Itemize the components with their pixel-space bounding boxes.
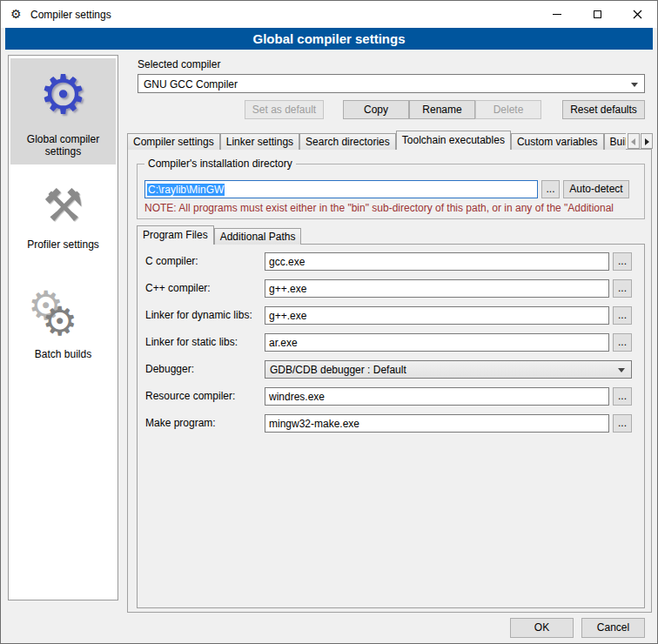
settings-tabstrip: Compiler settingsLinker settingsSearch d… xyxy=(127,131,626,150)
arrow-right-icon xyxy=(645,138,649,145)
dialog-banner: Global compiler settings xyxy=(5,28,653,50)
sidebar-item-global-compiler-settings[interactable]: ⚙ Global compiler settings xyxy=(10,58,116,164)
field-label-dynamic-linker: Linker for dynamic libs: xyxy=(145,306,252,325)
minimize-button[interactable] xyxy=(537,1,577,28)
app-icon: ⚙ xyxy=(10,6,22,22)
selected-path-text: C:\raylib\MinGW xyxy=(147,184,225,196)
gear-icon: ⚙ xyxy=(10,58,116,131)
settings-category-list: ⚙ Global compiler settings ⚒ Profiler se… xyxy=(8,55,118,600)
tab-custom-variables[interactable]: Custom variables xyxy=(511,133,604,150)
tab-build-options[interactable]: Build options xyxy=(604,133,626,150)
make-program-input[interactable] xyxy=(265,414,609,433)
c-compiler-input[interactable] xyxy=(265,252,609,271)
delete-button: Delete xyxy=(475,100,541,119)
make-program-browse-button[interactable]: ... xyxy=(613,414,632,433)
c-compiler-browse-button[interactable]: ... xyxy=(613,252,632,271)
chevron-down-icon xyxy=(631,83,638,87)
program-subtabs: Program FilesAdditional Paths xyxy=(137,225,301,245)
field-label-static-linker: Linker for static libs: xyxy=(145,333,238,352)
cpp-compiler-browse-button[interactable]: ... xyxy=(613,279,632,298)
sidebar-item-label: Global compiler settings xyxy=(10,131,116,158)
arrow-left-icon xyxy=(631,138,635,145)
cancel-button[interactable]: Cancel xyxy=(581,618,645,638)
tab-scroll-left-button[interactable] xyxy=(628,133,640,149)
rename-button[interactable]: Rename xyxy=(409,100,475,119)
set-as-default-button: Set as default xyxy=(245,100,324,119)
browse-directory-button[interactable]: ... xyxy=(541,180,560,198)
compiler-settings-dialog: ⚙ Compiler settings Global compiler sett… xyxy=(0,0,658,644)
reset-defaults-button[interactable]: Reset defaults xyxy=(562,100,645,119)
subtab-program-files[interactable]: Program Files xyxy=(137,225,214,245)
tab-linker-settings[interactable]: Linker settings xyxy=(220,133,299,150)
maximize-icon xyxy=(594,10,601,18)
debugger-select-value: GDB/CDB debugger : Default xyxy=(270,364,406,376)
field-label-cpp-compiler: C++ compiler: xyxy=(145,279,211,298)
selected-compiler-label: Selected compiler xyxy=(138,58,220,70)
sidebar-item-label: Profiler settings xyxy=(10,237,116,251)
group-title: Compiler's installation directory xyxy=(144,158,296,170)
close-button[interactable] xyxy=(617,1,657,28)
static-linker-input[interactable] xyxy=(265,333,609,352)
static-linker-browse-button[interactable]: ... xyxy=(613,333,632,352)
dynamic-linker-browse-button[interactable]: ... xyxy=(613,306,632,325)
window-title: Compiler settings xyxy=(30,9,111,21)
resource-compiler-input[interactable] xyxy=(265,387,609,406)
field-label-debugger: Debugger: xyxy=(145,360,194,379)
sidebar-item-profiler-settings[interactable]: ⚒ Profiler settings xyxy=(10,174,116,265)
subtab-additional-paths[interactable]: Additional Paths xyxy=(214,228,302,245)
tab-scroll-right-button[interactable] xyxy=(641,133,653,149)
tab-compiler-settings[interactable]: Compiler settings xyxy=(127,133,220,150)
note-text: NOTE: All programs must exist either in … xyxy=(144,202,642,215)
gears-stack-icon: ⚙ ⚙ xyxy=(10,284,116,346)
hammer-icon: ⚒ xyxy=(10,174,116,237)
auto-detect-button[interactable]: Auto-detect xyxy=(563,180,629,198)
tab-search-directories[interactable]: Search directories xyxy=(299,133,396,150)
cpp-compiler-input[interactable] xyxy=(265,279,609,298)
window-titlebar: ⚙ Compiler settings xyxy=(1,1,657,28)
compiler-select-value: GNU GCC Compiler xyxy=(144,78,238,91)
field-label-make-program: Make program: xyxy=(145,414,216,433)
compiler-select[interactable]: GNU GCC Compiler xyxy=(138,74,645,93)
sidebar-item-label: Batch builds xyxy=(10,346,116,360)
close-icon xyxy=(633,10,642,19)
debugger-select[interactable]: GDB/CDB debugger : Default xyxy=(265,360,632,379)
ok-button[interactable]: OK xyxy=(510,618,574,638)
field-label-c-compiler: C compiler: xyxy=(145,252,198,271)
tab-toolchain-executables[interactable]: Toolchain executables xyxy=(396,131,511,150)
installation-directory-input[interactable]: C:\raylib\MinGW xyxy=(144,180,538,198)
field-label-resource-compiler: Resource compiler: xyxy=(145,387,235,406)
sidebar-item-batch-builds[interactable]: ⚙ ⚙ Batch builds xyxy=(10,284,116,376)
resource-compiler-browse-button[interactable]: ... xyxy=(613,387,632,406)
minimize-icon xyxy=(553,14,561,15)
dynamic-linker-input[interactable] xyxy=(265,306,609,325)
chevron-down-icon xyxy=(618,368,625,372)
copy-button[interactable]: Copy xyxy=(343,100,409,119)
maximize-button[interactable] xyxy=(577,1,617,28)
